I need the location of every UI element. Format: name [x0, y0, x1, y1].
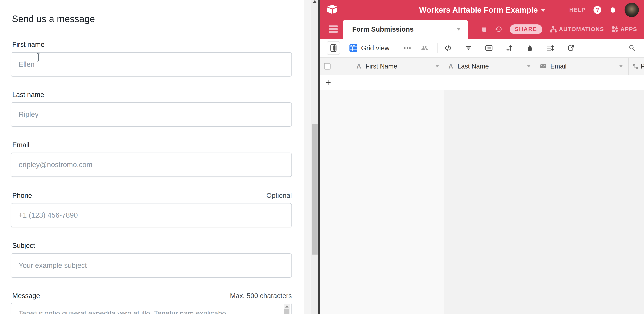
apps-button[interactable]: APPS — [612, 26, 637, 33]
page-scrollbar-thumb[interactable] — [312, 124, 318, 254]
filter-icon[interactable] — [465, 45, 472, 52]
help-question-icon[interactable]: ? — [594, 6, 601, 14]
window-divider — [318, 0, 320, 314]
contact-form-page: Send us a message First name Last name E… — [0, 0, 304, 314]
message-label: Message — [12, 292, 40, 300]
apps-label: APPS — [620, 26, 637, 33]
sort-icon[interactable] — [506, 45, 513, 52]
add-record-button[interactable]: + — [325, 75, 331, 89]
automations-icon — [550, 26, 557, 33]
group-icon[interactable] — [485, 45, 493, 52]
tab-bar-right-cluster: SHARE AUTOMATIONS — [481, 20, 637, 39]
view-more-icon[interactable] — [404, 47, 411, 49]
user-avatar[interactable] — [624, 3, 639, 17]
select-all-checkbox[interactable] — [324, 63, 330, 70]
column-divider — [444, 90, 444, 314]
column-header-phone[interactable]: Phone — [641, 63, 644, 70]
column-divider — [444, 75, 444, 90]
first-name-input[interactable] — [11, 52, 292, 77]
phone-label: Phone — [12, 192, 32, 199]
subject-input[interactable] — [11, 253, 292, 278]
grid-empty-area-right — [444, 90, 644, 314]
last-name-input[interactable] — [11, 102, 292, 127]
phone-field-icon — [632, 63, 639, 70]
page-gutter — [304, 0, 311, 314]
message-scrollbar-up-icon[interactable] — [285, 305, 288, 307]
search-icon[interactable] — [628, 44, 636, 52]
view-toolbar: Grid view — [320, 39, 644, 58]
automations-label: AUTOMATIONS — [559, 26, 604, 33]
text-field-icon: A — [356, 63, 361, 70]
color-icon[interactable] — [526, 45, 534, 52]
phone-input[interactable] — [11, 203, 292, 227]
table-tab-chevron-icon[interactable] — [457, 28, 460, 31]
toolbar-divider — [437, 43, 438, 53]
base-title-chevron-icon — [541, 10, 545, 12]
view-name-label[interactable]: Grid view — [361, 44, 390, 52]
column-menu-chevron-icon[interactable] — [619, 65, 623, 67]
message-scrollbar-thumb[interactable] — [284, 309, 290, 314]
screen: Send us a message First name Last name E… — [0, 0, 644, 314]
column-header-last-name[interactable]: Last Name — [458, 63, 489, 70]
airtable-top-bar: Workers Airtable Form Example HELP ? — [320, 0, 644, 20]
apps-icon — [612, 26, 618, 33]
email-field-icon — [540, 63, 547, 69]
grid-empty-area-left — [320, 90, 444, 314]
grid-add-row: + — [320, 75, 644, 90]
phone-optional-note: Optional — [266, 192, 292, 199]
history-icon[interactable] — [495, 26, 502, 33]
base-title: Workers Airtable Form Example — [419, 5, 538, 15]
email-input[interactable] — [11, 153, 292, 177]
column-header-email[interactable]: Email — [550, 63, 566, 70]
row-height-icon[interactable] — [546, 45, 554, 52]
first-name-label: First name — [12, 41, 44, 48]
automations-button[interactable]: AUTOMATIONS — [550, 26, 604, 33]
subject-label: Subject — [12, 242, 35, 249]
view-sidebar-toggle-button[interactable] — [327, 41, 340, 55]
sidebar-toggle-icon — [330, 44, 336, 52]
last-name-label: Last name — [12, 91, 44, 99]
message-textarea[interactable] — [11, 303, 292, 314]
column-divider[interactable] — [628, 58, 629, 75]
airtable-window: Workers Airtable Form Example HELP ? For… — [320, 0, 644, 314]
collaborators-icon[interactable] — [420, 45, 429, 52]
airtable-tab-bar: Form Submissions SHARE AUTOMA — [320, 20, 644, 39]
column-divider[interactable] — [536, 58, 536, 75]
column-header-first-name[interactable]: First Name — [366, 63, 397, 70]
text-cursor-icon — [36, 53, 40, 62]
column-menu-chevron-icon[interactable] — [436, 65, 439, 67]
hide-fields-icon[interactable] — [444, 45, 452, 52]
tab-form-submissions[interactable]: Form Submissions — [343, 20, 468, 39]
top-bar-right-cluster: HELP ? — [569, 0, 639, 20]
active-table-name: Form Submissions — [352, 20, 414, 39]
share-button[interactable]: SHARE — [510, 25, 542, 34]
grid-view-icon[interactable] — [350, 44, 357, 52]
page-scrollbar-up-icon[interactable] — [313, 0, 316, 3]
email-label: Email — [12, 141, 29, 149]
form-title: Send us a message — [12, 13, 95, 24]
column-menu-chevron-icon[interactable] — [527, 65, 530, 67]
notifications-bell-icon[interactable] — [609, 6, 617, 14]
column-divider[interactable] — [444, 58, 444, 75]
text-field-icon: A — [448, 63, 453, 70]
help-button[interactable]: HELP — [569, 7, 586, 13]
grid-header-row: A First Name A Last Name Email Phone — [320, 58, 644, 75]
tables-menu-icon[interactable] — [329, 26, 338, 34]
message-max-note: Max. 500 characters — [230, 292, 292, 300]
share-view-icon[interactable] — [568, 45, 574, 52]
trash-icon[interactable] — [481, 26, 488, 33]
